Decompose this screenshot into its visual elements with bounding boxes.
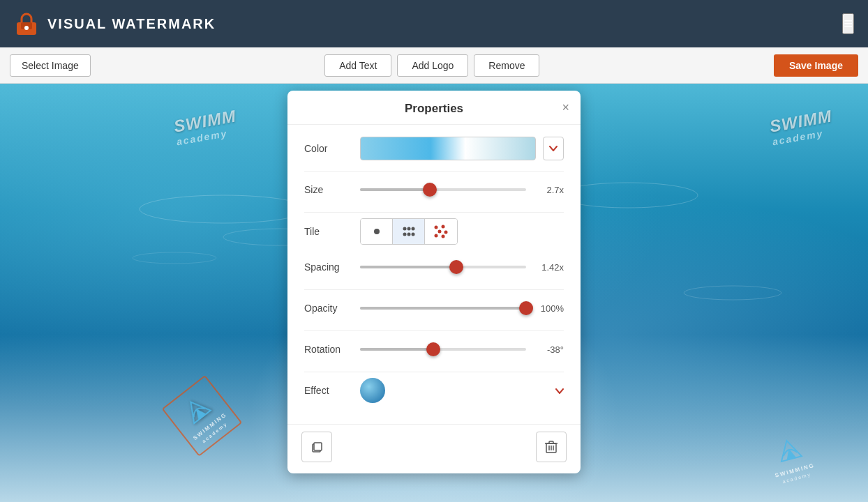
- panel-body: Color Size: [287, 125, 581, 424]
- tile-label: Tile: [304, 226, 360, 237]
- divider-5: [304, 372, 564, 372]
- svg-point-2: [24, 26, 29, 30]
- tile-grid-button[interactable]: [393, 219, 425, 244]
- grid-dots-icon: [402, 226, 416, 237]
- scattered-dots-icon: [433, 225, 449, 238]
- lock-icon: [14, 11, 39, 36]
- svg-point-5: [133, 252, 216, 264]
- duplicate-icon: [310, 441, 323, 453]
- remove-button[interactable]: Remove: [474, 54, 539, 77]
- svg-point-9: [403, 227, 406, 231]
- svg-point-11: [411, 227, 414, 231]
- trash-icon: [545, 440, 558, 454]
- logo-area: VISUAL WATERMARK: [14, 11, 216, 36]
- panel-footer: [287, 424, 581, 473]
- rotation-slider[interactable]: [360, 348, 526, 351]
- opacity-row: Opacity 100%: [304, 296, 564, 321]
- logo-watermark-left: SWIMMING academy: [174, 386, 230, 446]
- color-row: Color: [304, 136, 564, 161]
- size-slider[interactable]: [360, 188, 526, 191]
- effect-row: Effect: [304, 378, 564, 403]
- spacing-label: Spacing: [304, 261, 360, 273]
- delete-button[interactable]: [536, 432, 567, 462]
- spacing-content: 1.42x: [360, 262, 564, 273]
- select-image-button[interactable]: Select Image: [10, 54, 91, 77]
- effect-label: Effect: [304, 385, 360, 396]
- opacity-label: Opacity: [304, 303, 360, 314]
- divider-4: [304, 330, 564, 331]
- app-title: VISUAL WATERMARK: [47, 16, 216, 32]
- panel-title: Properties: [405, 102, 463, 116]
- rotation-value: -38°: [533, 344, 564, 355]
- size-row: Size 2.7x: [304, 177, 564, 202]
- svg-point-3: [140, 195, 307, 223]
- svg-point-17: [438, 230, 442, 234]
- spacing-value: 1.42x: [533, 262, 564, 273]
- svg-point-10: [407, 227, 410, 231]
- svg-point-18: [444, 231, 448, 234]
- svg-point-15: [435, 226, 438, 229]
- tile-button-group: [360, 218, 458, 245]
- svg-point-19: [435, 234, 438, 238]
- effect-preview: [360, 378, 385, 403]
- add-text-button[interactable]: Add Text: [324, 54, 391, 77]
- duplicate-button[interactable]: [301, 432, 332, 462]
- color-content: [360, 137, 564, 160]
- tile-row: Tile: [304, 218, 564, 245]
- rotation-row: Rotation -38°: [304, 337, 564, 362]
- panel-close-button[interactable]: ×: [562, 100, 569, 115]
- divider-1: [304, 171, 564, 172]
- svg-point-20: [442, 235, 445, 238]
- svg-rect-22: [314, 443, 322, 450]
- main-canvas: SWIMM academy SWIMM academy SWIMMING aca…: [0, 84, 868, 502]
- color-picker-bar[interactable]: [360, 137, 536, 160]
- svg-point-12: [403, 233, 406, 236]
- svg-point-7: [684, 286, 781, 300]
- tile-single-button[interactable]: [361, 219, 393, 244]
- effect-dropdown-button[interactable]: [555, 386, 564, 396]
- tile-content: [360, 218, 564, 245]
- toolbar-center: Add Text Add Logo Remove: [96, 54, 768, 77]
- size-value: 2.7x: [533, 185, 564, 195]
- spacing-slider[interactable]: [360, 266, 526, 268]
- header: VISUAL WATERMARK ≡: [0, 0, 868, 47]
- size-content: 2.7x: [360, 185, 564, 195]
- rotation-label: Rotation: [304, 344, 360, 355]
- logo-watermark-right: SWIMMING academy: [771, 434, 812, 481]
- rotation-content: -38°: [360, 344, 564, 355]
- svg-point-16: [442, 225, 445, 229]
- opacity-content: 100%: [360, 303, 564, 314]
- opacity-value: 100%: [533, 303, 564, 314]
- single-dot-icon: [373, 228, 380, 235]
- effect-chevron-down-icon: [555, 388, 564, 394]
- canvas-background: SWIMM academy SWIMM academy SWIMMING aca…: [0, 84, 868, 502]
- divider-2: [304, 212, 564, 213]
- panel-header: Properties ×: [287, 91, 581, 125]
- svg-point-14: [411, 233, 414, 236]
- color-dropdown-button[interactable]: [543, 137, 564, 160]
- save-image-button[interactable]: Save Image: [774, 54, 858, 77]
- add-logo-button[interactable]: Add Logo: [397, 54, 468, 77]
- color-label: Color: [304, 143, 360, 154]
- spacing-row: Spacing 1.42x: [304, 254, 564, 280]
- svg-point-13: [407, 233, 410, 236]
- size-label: Size: [304, 184, 360, 195]
- svg-point-8: [374, 229, 380, 234]
- opacity-slider[interactable]: [360, 307, 526, 310]
- hamburger-menu-button[interactable]: ≡: [842, 13, 854, 34]
- chevron-down-icon: [549, 146, 558, 151]
- tile-scattered-button[interactable]: [425, 219, 457, 244]
- toolbar: Select Image Add Text Add Logo Remove Sa…: [0, 47, 868, 84]
- effect-content: [360, 378, 564, 403]
- properties-panel: Properties × Color: [287, 91, 581, 473]
- divider-3: [304, 289, 564, 290]
